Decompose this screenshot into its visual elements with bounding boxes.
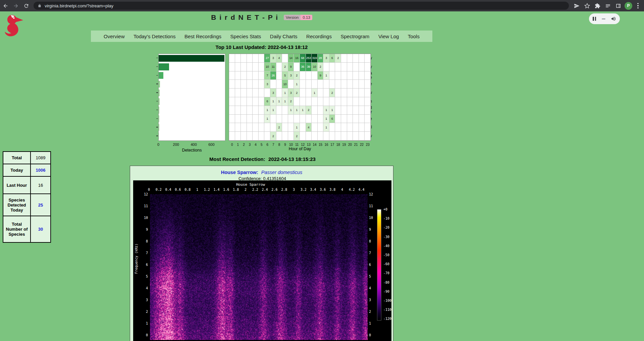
time-axis-tick: 2.6	[271, 188, 277, 191]
menu-icon[interactable]	[634, 3, 642, 9]
heatmap-cell	[318, 80, 324, 89]
heatmap-cell: 1	[288, 106, 294, 115]
reading-list-button[interactable]	[603, 1, 612, 10]
hour-axis-tick: 22	[360, 143, 364, 147]
heatmap-cell	[365, 106, 371, 115]
heatmap-cell	[353, 89, 359, 97]
time-axis-tick: 4.4	[359, 188, 365, 191]
time-axis-tick: 1.2	[204, 188, 210, 191]
heatmap-cell	[365, 89, 371, 97]
detection-bar	[159, 55, 224, 62]
heatmap-cell	[229, 106, 235, 115]
volume-icon[interactable]	[611, 16, 616, 21]
heatmap-cell	[235, 80, 241, 89]
heatmap-cell	[347, 54, 353, 63]
profile-avatar[interactable]: P	[625, 2, 632, 10]
heatmap-cell	[282, 115, 288, 123]
heatmap-cell	[300, 80, 306, 89]
seek-slider[interactable]	[602, 18, 605, 19]
heatmap-cell: 16	[294, 54, 300, 63]
stat-value-species-today-link[interactable]: 25	[38, 203, 43, 208]
heatmap-cell: 1	[264, 106, 270, 115]
heatmap-cell: 4	[276, 54, 282, 63]
bar-axis-tick: 200	[173, 143, 179, 147]
hour-axis-tick: 5	[261, 143, 263, 147]
heatmap-cell	[359, 106, 365, 115]
stat-label-today: Today	[3, 164, 31, 176]
heatmap-cell	[241, 132, 247, 140]
heatmap-cell	[329, 97, 335, 106]
nav-item-species-stats[interactable]: Species Stats	[230, 34, 261, 39]
heatmap-cell	[347, 132, 353, 140]
bar-axis-label: Detections	[182, 148, 202, 153]
heatmap-cell	[264, 123, 270, 132]
nav-item-daily-charts[interactable]: Daily Charts	[270, 34, 298, 39]
time-axis-tick: 3.8	[329, 188, 335, 191]
heatmap-cell	[323, 89, 329, 97]
stat-value-total-species-link[interactable]: 30	[38, 227, 43, 232]
back-button[interactable]	[1, 1, 10, 10]
freq-axis-tick: 11	[369, 204, 373, 208]
species-latin-name[interactable]: Passer domesticus	[261, 170, 303, 175]
time-axis-tick: 0.4	[165, 188, 171, 191]
heatmap-cell	[259, 115, 265, 123]
pause-icon[interactable]	[593, 17, 596, 21]
send-button[interactable]	[572, 1, 581, 10]
spectrogram-title: House Sparrow	[133, 182, 368, 187]
heatmap-cell: 319	[312, 54, 318, 63]
stat-label-species-today: Species Detected Today	[3, 194, 31, 216]
side-panel-button[interactable]	[613, 1, 623, 10]
freq-axis-tick: 12	[134, 192, 148, 196]
db-scale-tick: -80	[383, 281, 389, 284]
heatmap-cell	[247, 80, 253, 89]
hour-axis-tick: 23	[366, 143, 370, 147]
heatmap-cell	[300, 115, 306, 123]
heatmap-cell	[306, 97, 312, 106]
stat-label-total-species: Total Number of Species	[3, 216, 31, 242]
reload-button[interactable]	[21, 1, 31, 10]
detection-bar	[159, 63, 169, 70]
heatmap-cell	[235, 89, 241, 97]
nav-item-tools[interactable]: Tools	[408, 34, 420, 39]
heatmap-cell	[323, 63, 329, 71]
heatmap-cell	[347, 115, 353, 123]
hour-axis-tick: 0	[231, 143, 233, 147]
browser-toolbar: virginia.birdnetpi.com/?stream=play P	[0, 0, 644, 11]
freq-axis-tick: 9	[369, 228, 371, 231]
heatmap-cell	[253, 89, 259, 97]
url-bar[interactable]: virginia.birdnetpi.com/?stream=play	[34, 2, 569, 10]
nav-item-view-log[interactable]: View Log	[378, 34, 399, 39]
nav-item-recordings[interactable]: Recordings	[306, 34, 332, 39]
heatmap-cell	[294, 97, 300, 106]
freq-axis-tick: 0	[369, 333, 371, 337]
heatmap-cell	[335, 106, 341, 115]
heatmap-cell: 27	[264, 54, 270, 63]
stat-value-today-link[interactable]: 1006	[36, 168, 46, 173]
extensions-button[interactable]	[593, 1, 602, 10]
nav-item-overview[interactable]: Overview	[104, 34, 125, 39]
species-common-name[interactable]: House Sparrow:	[221, 170, 258, 175]
nav-item-today-s-detections[interactable]: Today's Detections	[133, 34, 175, 39]
heatmap-cell: 2	[294, 89, 300, 97]
heatmap-cell: 1	[282, 97, 288, 106]
heatmap-cell	[300, 132, 306, 140]
nav-item-spectrogram[interactable]: Spectrogram	[340, 34, 369, 39]
most-recent-line: Most Recent Detection: 2022-04-13 18:15:…	[208, 156, 316, 162]
nav-item-best-recordings[interactable]: Best Recordings	[184, 34, 221, 39]
heatmap-cell	[270, 115, 276, 123]
detection-bar	[159, 107, 159, 113]
freq-axis-tick: 8	[369, 239, 371, 243]
bookmark-button[interactable]	[582, 1, 592, 10]
bar-axis-tick: 0	[157, 143, 159, 147]
time-axis-tick: 2.2	[252, 188, 258, 191]
heatmap-cell	[276, 80, 282, 89]
time-axis-tick: 4	[341, 188, 343, 191]
freq-axis-tick: 10	[369, 216, 373, 220]
table-row: Today 1006	[3, 164, 51, 176]
heatmap-cell	[288, 115, 294, 123]
axis-tick	[156, 135, 158, 136]
axis-tick	[156, 92, 158, 93]
forward-button[interactable]	[11, 1, 21, 10]
audio-player[interactable]	[589, 13, 620, 24]
heatmap-cell	[276, 63, 282, 71]
